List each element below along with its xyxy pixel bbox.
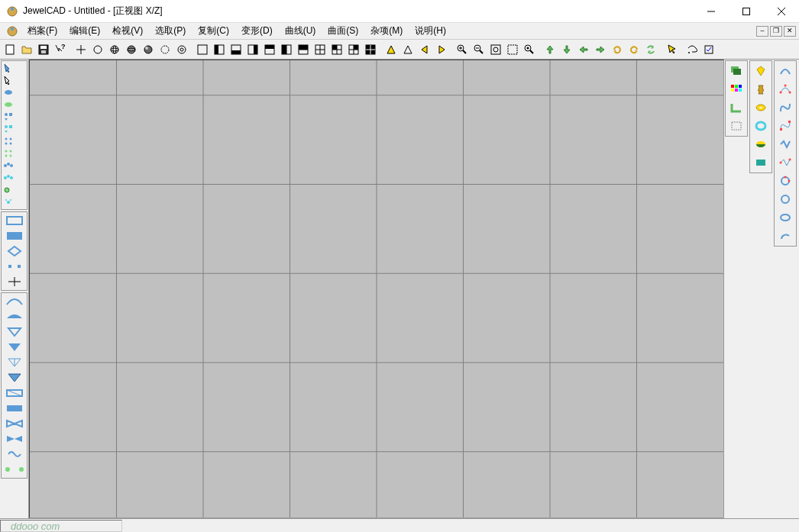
inf2-button[interactable] [2, 462, 27, 477]
disc-green-button[interactable] [752, 136, 770, 153]
bezier1-button[interactable] [776, 99, 794, 116]
ellipse-sm-button[interactable] [776, 209, 794, 226]
rect-teal-button[interactable] [752, 154, 770, 171]
arrow-right-button[interactable] [592, 41, 609, 58]
mdi-close-button[interactable]: ✕ [784, 26, 796, 37]
sphere-wire-button[interactable] [106, 41, 123, 58]
beads-blue-button[interactable] [2, 160, 15, 172]
tri-down1-button[interactable] [2, 324, 27, 340]
menu-deform[interactable]: 变形(D) [235, 23, 279, 39]
tri-left-button[interactable] [416, 41, 433, 58]
save-button[interactable] [35, 41, 52, 58]
cross-button[interactable] [2, 274, 27, 289]
gem-yellow-button[interactable] [752, 63, 770, 79]
circle-dash-button[interactable] [157, 41, 173, 58]
spline1-button[interactable] [776, 136, 794, 153]
menu-file[interactable]: 档案(F) [21, 23, 63, 39]
dots-blue-button[interactable] [2, 135, 15, 147]
rotate-ccw-button[interactable] [609, 41, 626, 58]
menu-misc[interactable]: 杂项(M) [364, 23, 409, 39]
circle-lg-button[interactable] [776, 191, 794, 208]
arc2-button[interactable] [2, 309, 27, 324]
circle-outline-button[interactable] [89, 41, 106, 58]
sphere-solid-button[interactable] [123, 41, 140, 58]
vp-top-button[interactable] [261, 41, 278, 58]
vp-quad2-button[interactable] [362, 41, 379, 58]
vp-left-button[interactable] [211, 41, 228, 58]
menu-curve[interactable]: 曲线(U) [279, 23, 322, 39]
arc-sm-button[interactable] [776, 227, 794, 244]
diamond-outline-button[interactable] [2, 243, 27, 259]
layers-button[interactable] [727, 63, 746, 79]
quad2-button[interactable] [2, 401, 27, 416]
gems2-button[interactable] [2, 196, 15, 208]
bowtie2-button[interactable] [2, 431, 27, 447]
shapes-cyan-button[interactable] [2, 123, 15, 135]
zoom-window-button[interactable] [504, 41, 521, 58]
inf1-button[interactable] [2, 447, 27, 462]
vp-lr-button[interactable] [278, 41, 295, 58]
ring-cyan-button[interactable] [752, 118, 770, 134]
tri-fill2-button[interactable] [2, 370, 27, 385]
bowtie1-button[interactable] [2, 416, 27, 431]
menu-edit[interactable]: 编辑(E) [63, 23, 106, 39]
bezier2-button[interactable] [776, 118, 794, 134]
menu-surface[interactable]: 曲面(S) [322, 23, 364, 39]
refresh-button[interactable] [642, 41, 659, 58]
rotate-cw-button[interactable] [626, 41, 642, 58]
palette-button[interactable] [727, 81, 746, 98]
zoom-in-button[interactable] [454, 41, 471, 58]
tri-fill1-button[interactable] [2, 355, 27, 370]
vp-quad-button[interactable] [345, 41, 362, 58]
vp-bottom-button[interactable] [228, 41, 244, 58]
sphere-shade-button[interactable] [140, 41, 157, 58]
mdi-restore-button[interactable]: ❐ [770, 26, 782, 37]
rect-outline-button[interactable] [2, 213, 27, 228]
quad1-button[interactable] [2, 385, 27, 401]
zoom-prev-button[interactable] [521, 41, 538, 58]
tri-right-button[interactable] [433, 41, 450, 58]
minimize-button[interactable] [694, 0, 729, 23]
rect-dash-button[interactable] [727, 118, 746, 134]
spline2-button[interactable] [776, 154, 794, 171]
lasso-button[interactable] [684, 41, 700, 58]
vp-right-button[interactable] [244, 41, 261, 58]
center-button[interactable] [73, 41, 89, 58]
arc1-button[interactable] [2, 294, 27, 309]
pick-cursor-button[interactable] [2, 74, 15, 86]
ellipse-v-button[interactable] [2, 98, 15, 111]
close-button[interactable] [764, 0, 799, 23]
dots-green-button[interactable] [2, 147, 15, 160]
menu-copy[interactable]: 复制(C) [192, 23, 235, 39]
canvas[interactable] [29, 60, 724, 518]
vp-tr-button[interactable] [328, 41, 345, 58]
pointer-button[interactable] [663, 41, 680, 58]
ellipse-h-button[interactable] [2, 86, 15, 98]
curve1-button[interactable] [776, 63, 794, 79]
maximize-button[interactable] [729, 0, 764, 23]
shapes-blue-button[interactable] [2, 111, 15, 123]
tri-down2-button[interactable] [2, 340, 27, 355]
beads-cyan-button[interactable] [2, 172, 15, 184]
tri-outline-button[interactable] [400, 41, 416, 58]
zoom-fit-button[interactable] [487, 41, 504, 58]
vase-gold-button[interactable] [752, 81, 770, 98]
arrow-down-button[interactable] [558, 41, 575, 58]
region-button[interactable] [700, 41, 717, 58]
poly1-button[interactable] [2, 259, 27, 274]
tri-yellow-button[interactable] [383, 41, 400, 58]
curve-pts-button[interactable] [776, 81, 794, 98]
menu-view[interactable]: 检视(V) [106, 23, 149, 39]
new-button[interactable] [2, 41, 18, 58]
vp-full-button[interactable] [194, 41, 211, 58]
help-context-button[interactable]: ? [52, 41, 69, 58]
arrow-left-button[interactable] [575, 41, 592, 58]
mdi-minimize-button[interactable]: – [756, 26, 768, 37]
open-button[interactable] [18, 41, 35, 58]
rect-fill-button[interactable] [2, 228, 27, 243]
menu-help[interactable]: 说明(H) [409, 23, 452, 39]
vp-tl-button[interactable] [312, 41, 328, 58]
sel-arrow-button[interactable] [2, 62, 15, 74]
circle-sm-button[interactable] [776, 172, 794, 189]
menu-select[interactable]: 选取(P) [149, 23, 192, 39]
